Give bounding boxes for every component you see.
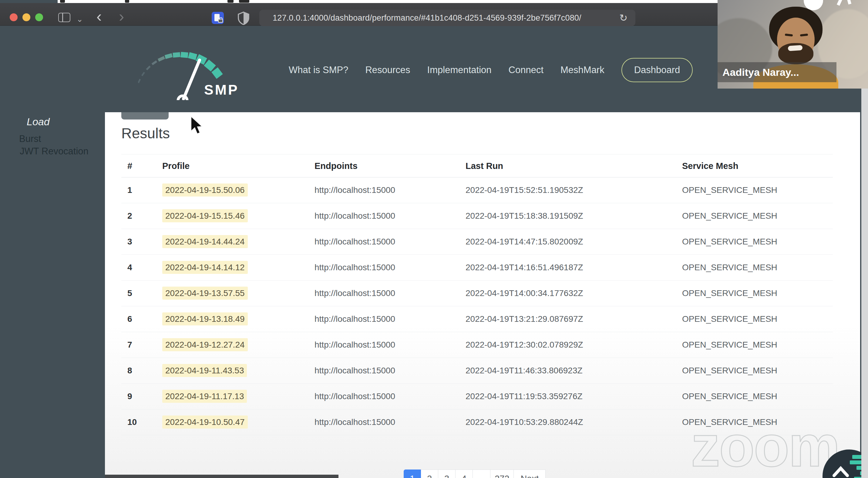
endpoint-url: http://localhost:15000	[314, 288, 395, 298]
last-run-timestamp: 2022-04-19T15:18:38.191509Z	[466, 211, 583, 221]
sidebar-item-load[interactable]: Load	[27, 116, 50, 128]
minimize-window-button[interactable]	[23, 13, 30, 21]
row-number: 9	[127, 391, 132, 401]
table-row[interactable]: 52022-04-19-13.57.55http://localhost:150…	[121, 281, 833, 306]
profile-name[interactable]: 2022-04-19-12.27.24	[162, 340, 248, 350]
row-number: 6	[127, 314, 132, 324]
last-run-timestamp: 2022-04-19T12:30:02.078929Z	[466, 340, 583, 350]
url-text: 127.0.0.1:4000/dashboard/performance/#41…	[273, 13, 615, 23]
row-number: 2	[127, 211, 132, 221]
pagination: 1234…272Next	[404, 470, 546, 478]
profile-name[interactable]: 2022-04-19-13.57.55	[162, 288, 248, 298]
gauge-arc	[138, 52, 223, 83]
panel-tab[interactable]	[121, 112, 168, 120]
row-number: 5	[127, 288, 132, 298]
webcam-tile[interactable]: Aaditya Naray...	[718, 0, 868, 89]
horizontal-scrollbar[interactable]	[105, 475, 338, 478]
endpoint-url: http://localhost:15000	[314, 366, 395, 376]
table-row[interactable]: 12022-04-19-15.50.06http://localhost:150…	[121, 178, 833, 203]
table-row[interactable]: 22022-04-19-15.15.46http://localhost:150…	[121, 203, 833, 229]
results-table: #ProfileEndpointsLast RunService Mesh 12…	[121, 154, 833, 435]
page-button-4[interactable]: 4	[456, 470, 473, 478]
column-header-2: Endpoints	[314, 161, 358, 171]
table-row[interactable]: 82022-04-19-11.43.53http://localhost:150…	[121, 358, 833, 384]
endpoint-url: http://localhost:15000	[314, 263, 395, 273]
table-row[interactable]: 92022-04-19-11.17.13http://localhost:150…	[121, 384, 833, 410]
address-bar[interactable]: 127.0.0.1:4000/dashboard/performance/#41…	[259, 10, 636, 26]
service-mesh-name: OPEN_SERVICE_MESH	[682, 314, 777, 324]
service-mesh-name: OPEN_SERVICE_MESH	[682, 288, 777, 298]
chevron-down-icon[interactable]: ⌄	[76, 14, 83, 24]
brand-text: SMP	[204, 82, 239, 98]
row-number: 4	[127, 263, 132, 273]
nav-item-resources[interactable]: Resources	[365, 65, 410, 75]
mouse-cursor	[190, 116, 205, 136]
nav-item-implementation[interactable]: Implementation	[427, 65, 492, 75]
participant-name: Aaditya Naray...	[722, 66, 799, 78]
nav-item-meshmark[interactable]: MeshMark	[560, 65, 604, 75]
endpoint-url: http://localhost:15000	[314, 417, 395, 427]
profile-name[interactable]: 2022-04-19-11.17.13	[162, 391, 247, 401]
page-button-1[interactable]: 1	[404, 470, 421, 478]
last-run-timestamp: 2022-04-19T11:19:53.359276Z	[466, 391, 583, 401]
content-panel: Results #ProfileEndpointsLast RunService…	[105, 112, 860, 478]
last-run-timestamp: 2022-04-19T15:52:51.190532Z	[466, 185, 583, 195]
main-nav: What is SMP?ResourcesImplementationConne…	[289, 55, 693, 85]
person-smile	[787, 45, 803, 51]
profile-name[interactable]: 2022-04-19-14.14.12	[162, 263, 248, 273]
endpoint-url: http://localhost:15000	[314, 314, 395, 324]
back-icon[interactable]: ‹	[96, 8, 102, 24]
next-page-button[interactable]: Next	[514, 470, 546, 478]
last-run-timestamp: 2022-04-19T10:53:29.880244Z	[466, 417, 583, 427]
endpoint-url: http://localhost:15000	[314, 340, 395, 350]
nav-item-what-is-smp-[interactable]: What is SMP?	[289, 65, 348, 75]
table-row[interactable]: 62022-04-19-13.18.49http://localhost:150…	[121, 306, 833, 332]
service-mesh-name: OPEN_SERVICE_MESH	[682, 185, 777, 195]
sidebar-toggle-icon[interactable]	[58, 13, 70, 22]
last-run-timestamp: 2022-04-19T14:47:15.802009Z	[466, 237, 583, 247]
caption-fragment	[239, 0, 249, 3]
service-mesh-name: OPEN_SERVICE_MESH	[682, 391, 777, 401]
endpoint-url: http://localhost:15000	[314, 237, 395, 247]
close-window-button[interactable]	[10, 13, 18, 21]
row-number: 3	[127, 237, 132, 247]
forward-icon[interactable]: ›	[119, 8, 124, 24]
shield-icon[interactable]	[237, 11, 250, 25]
page-button-…[interactable]: …	[473, 470, 490, 478]
screen: ⌄ ‹ › 127.0.0.1:4000/dashboard/performan…	[0, 0, 868, 478]
profile-name[interactable]: 2022-04-19-11.43.53	[162, 366, 247, 376]
zoom-window-button[interactable]	[35, 13, 43, 21]
profile-name[interactable]: 2022-04-19-14.44.24	[162, 237, 248, 247]
extension-icon[interactable]	[212, 12, 224, 24]
last-run-timestamp: 2022-04-19T14:00:34.177632Z	[466, 288, 583, 298]
profile-name[interactable]: 2022-04-19-10.50.47	[162, 417, 248, 427]
nav-item-connect[interactable]: Connect	[508, 65, 544, 75]
service-mesh-name: OPEN_SERVICE_MESH	[682, 211, 777, 221]
table-row[interactable]: 72022-04-19-12.27.24http://localhost:150…	[121, 332, 833, 358]
chevron-up-icon	[834, 468, 847, 476]
page-button-272[interactable]: 272	[490, 470, 514, 478]
smp-logo[interactable]: SMP	[138, 42, 253, 100]
column-header-1: Profile	[162, 161, 190, 171]
reload-icon[interactable]: ↻	[619, 12, 627, 24]
sidebar-item-jwt-revocation[interactable]: JWT Revocation	[20, 146, 89, 157]
sidebar-item-burst[interactable]: Burst	[19, 133, 41, 145]
nav-item-dashboard[interactable]: Dashboard	[621, 58, 693, 82]
last-run-timestamp: 2022-04-19T13:21:29.087697Z	[466, 314, 583, 324]
gauge-needle	[184, 60, 199, 99]
video-caption-strip	[58, 0, 718, 3]
last-run-timestamp: 2022-04-19T14:16:51.496187Z	[466, 263, 583, 273]
service-mesh-name: OPEN_SERVICE_MESH	[682, 237, 777, 247]
vertical-scrollbar[interactable]	[861, 26, 868, 478]
last-run-timestamp: 2022-04-19T11:46:33.806923Z	[466, 366, 583, 376]
table-row[interactable]: 42022-04-19-14.14.12http://localhost:150…	[121, 255, 833, 281]
caption-fragment	[227, 0, 234, 3]
page-button-2[interactable]: 2	[421, 470, 438, 478]
table-row[interactable]: 32022-04-19-14.44.24http://localhost:150…	[121, 229, 833, 255]
participant-name-label: Aaditya Naray...	[718, 62, 836, 82]
profile-name[interactable]: 2022-04-19-13.18.49	[162, 314, 248, 324]
endpoint-url: http://localhost:15000	[314, 185, 395, 195]
page-button-3[interactable]: 3	[438, 470, 456, 478]
profile-name[interactable]: 2022-04-19-15.50.06	[162, 185, 248, 195]
profile-name[interactable]: 2022-04-19-15.15.46	[162, 211, 248, 221]
